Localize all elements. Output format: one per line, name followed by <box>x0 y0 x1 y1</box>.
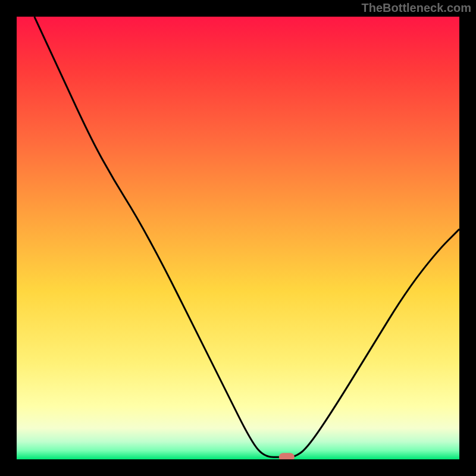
chart-container <box>17 17 459 459</box>
watermark-text: TheBottleneck.com <box>362 1 471 15</box>
optimal-marker <box>279 453 295 459</box>
chart-svg <box>17 17 459 459</box>
gradient-background <box>17 17 459 459</box>
